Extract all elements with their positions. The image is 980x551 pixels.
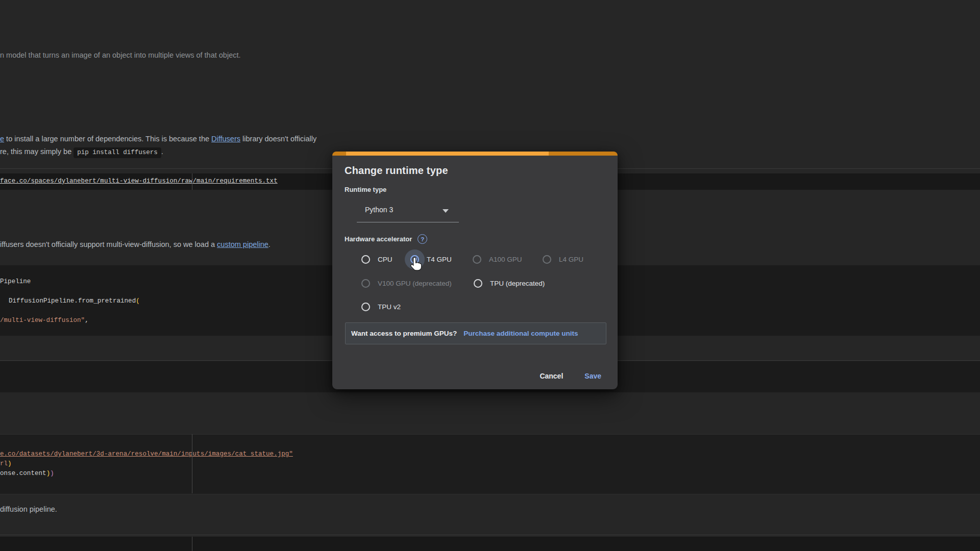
code-cell-catstatue: e.co/datasets/dylanebert/3d-arena/resolv… (0, 434, 980, 494)
runtime-type-value: Python 3 (365, 206, 393, 214)
editor-column-line (192, 173, 192, 190)
premium-gpu-banner: Want access to premium GPUs? Purchase ad… (345, 322, 606, 344)
progress-segment (346, 152, 549, 156)
radio-option-cpu[interactable]: CPU (361, 248, 393, 270)
dialog-title: Change runtime type (345, 165, 448, 177)
deps2-text: re, this may simply be (0, 147, 74, 156)
radio-icon[interactable] (361, 255, 370, 264)
code-line: e.co/datasets/dylanebert/3d-arena/resolv… (0, 450, 293, 458)
cancel-button[interactable]: Cancel (532, 368, 570, 384)
markdown-intro-text: n model that turns an image of an object… (0, 51, 241, 59)
radio-icon[interactable] (361, 279, 370, 288)
code-line: DiffusionPipeline.from_pretrained( (9, 297, 140, 305)
radio-icon[interactable] (474, 279, 482, 288)
progress-segment (549, 152, 618, 156)
radio-label: T4 GPU (427, 256, 452, 263)
deps-text: to install a large number of dependencie… (4, 135, 211, 143)
radio-label: CPU (378, 256, 393, 263)
code-line: onse.content)) (0, 470, 54, 477)
radio-label: A100 GPU (489, 256, 522, 263)
note-tail: . (268, 240, 271, 248)
radio-label: L4 GPU (559, 256, 583, 263)
deps-tail: library doesn't officially (240, 135, 316, 143)
accelerator-row-1: CPU T4 GPU A100 GPU L4 GPU (332, 248, 618, 270)
runtime-type-label: Runtime type (345, 186, 386, 193)
cell-divider-line (0, 535, 980, 535)
inline-code-chip: pip install diffusers (74, 147, 161, 158)
code-cell-bottom-band (0, 537, 980, 551)
radio-icon-selected[interactable] (410, 255, 419, 264)
markdown-tail-text: diffusion pipeline. (0, 505, 57, 513)
radio-option-l4-gpu[interactable]: L4 GPU (543, 248, 583, 270)
radio-icon[interactable] (543, 255, 551, 264)
help-icon[interactable]: ? (418, 234, 427, 244)
requirements-url-code[interactable]: face.co/spaces/dylanebert/multi-view-dif… (0, 178, 278, 185)
code-line: /multi-view-diffusion", (0, 317, 89, 324)
markdown-deps-line2: re, this may simply be pip install diffu… (0, 147, 163, 156)
radio-label: V100 GPU (deprecated) (378, 280, 452, 287)
custom-pipeline-link[interactable]: custom pipeline (217, 240, 268, 248)
radio-option-tpu-v2[interactable]: TPU v2 (361, 296, 401, 317)
save-button[interactable]: Save (577, 368, 608, 384)
radio-option-a100-gpu[interactable]: A100 GPU (473, 248, 522, 270)
markdown-pipeline-note: iffusers doesn't officially support mult… (0, 240, 271, 248)
code-line: Pipeline (0, 278, 31, 285)
radio-option-tpu-deprecated[interactable]: TPU (deprecated) (474, 272, 545, 294)
deps2-tail: . (161, 147, 163, 156)
radio-icon[interactable] (410, 255, 419, 264)
code-line: rl) (0, 460, 12, 467)
note-text: iffusers doesn't officially support mult… (0, 240, 217, 248)
editor-column-line (192, 537, 192, 551)
runtime-type-select[interactable]: Python 3 (357, 199, 459, 222)
markdown-deps-line1: e to install a large number of dependenc… (0, 135, 316, 143)
banner-text: Want access to premium GPUs? (351, 330, 457, 337)
hardware-accelerator-label: Hardware accelerator (345, 235, 412, 243)
diffusers-link[interactable]: Diffusers (211, 135, 240, 143)
change-runtime-dialog: Change runtime type Runtime type Python … (332, 152, 618, 389)
purchase-compute-units-link[interactable]: Purchase additional compute units (463, 330, 578, 337)
radio-icon[interactable] (361, 303, 370, 311)
radio-label: TPU v2 (378, 303, 401, 311)
radio-option-v100-gpu[interactable]: V100 GPU (deprecated) (361, 272, 452, 294)
chevron-down-icon (443, 209, 449, 213)
progress-segment (332, 152, 346, 156)
accelerator-row-3: TPU v2 (332, 296, 618, 317)
radio-label: TPU (deprecated) (490, 280, 545, 287)
dialog-progress-bar (332, 152, 618, 156)
radio-icon[interactable] (473, 255, 481, 264)
radio-option-t4-gpu[interactable]: T4 GPU (410, 248, 452, 270)
accelerator-row-2: V100 GPU (deprecated) TPU (deprecated) (332, 272, 618, 294)
dialog-actions: Cancel Save (532, 366, 608, 386)
editor-column-line (192, 434, 192, 493)
link-fragment[interactable]: e (0, 135, 4, 143)
